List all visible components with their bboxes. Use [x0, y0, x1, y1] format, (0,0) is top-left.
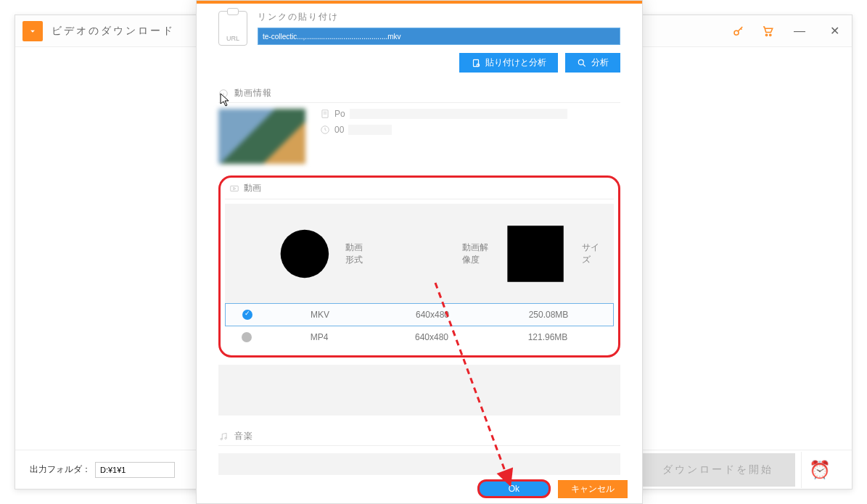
start-download-button[interactable]: ダウンロードを開始 — [641, 453, 795, 487]
minimize-button[interactable]: — — [789, 21, 810, 41]
video-duration-prefix: 00 — [334, 125, 344, 135]
cell-resolution: 640x480 — [371, 310, 494, 320]
svg-rect-3 — [474, 59, 479, 66]
cell-size: 250.08MB — [494, 310, 603, 320]
video-thumbnail — [218, 109, 305, 164]
paste-analyze-button[interactable]: 貼り付けと分析 — [459, 53, 558, 73]
col-format-label: 動画形式 — [345, 241, 370, 266]
cell-format: MKV — [269, 310, 371, 320]
col-resolution-label: 動画解像度 — [462, 241, 493, 266]
paste-link-label: リンクの貼り付け — [258, 11, 620, 23]
info-icon — [218, 88, 229, 99]
cell-format: MP4 — [268, 332, 370, 342]
clipboard-icon: URL — [218, 11, 247, 46]
main-title: ビデオのダウンロード — [52, 25, 175, 38]
svg-point-0 — [734, 30, 739, 35]
radio-selected-icon[interactable] — [242, 310, 252, 320]
table-header: 動画形式 動画解像度 サイズ — [225, 204, 614, 303]
format-icon — [268, 218, 341, 290]
svg-point-13 — [225, 437, 226, 439]
dialog-footer: Ok キャンセル — [197, 474, 642, 503]
cancel-button[interactable]: キャンセル — [558, 480, 628, 498]
music-section-header: 音楽 — [218, 430, 620, 446]
svg-point-1 — [765, 34, 767, 36]
radio-unselected-icon[interactable] — [242, 332, 252, 342]
size-icon — [493, 212, 578, 296]
video-format-table: 動画形式 動画解像度 サイズ MKV 640x480 250.08MB — [225, 204, 614, 348]
empty-placeholder — [218, 365, 620, 416]
video-table-highlight: 動画 動画形式 動画解像度 サイズ — [218, 175, 620, 358]
cart-icon[interactable] — [760, 24, 775, 38]
app-logo-icon — [22, 21, 43, 41]
video-title-blurred — [350, 109, 567, 119]
output-folder-input[interactable] — [95, 462, 175, 478]
url-input[interactable] — [258, 28, 620, 45]
svg-point-2 — [770, 34, 771, 36]
svg-point-11 — [295, 244, 313, 263]
video-section-header: 動画 — [225, 182, 614, 199]
svg-point-5 — [578, 59, 583, 65]
video-duration-blurred — [348, 125, 392, 135]
table-row[interactable]: MP4 640x480 121.96MB — [225, 326, 614, 348]
resolution-icon — [370, 210, 458, 297]
paste-icon — [471, 58, 481, 68]
svg-point-12 — [221, 438, 222, 439]
cell-size: 121.96MB — [493, 332, 602, 342]
table-row[interactable]: MKV 640x480 250.08MB — [225, 303, 614, 326]
download-dialog: URL リンクの貼り付け 貼り付けと分析 分析 動画情報 — [196, 0, 643, 504]
music-empty-placeholder — [218, 453, 620, 475]
clipboard-url-label: URL — [226, 35, 239, 42]
output-folder-label: 出力フォルダ： — [30, 463, 91, 476]
schedule-icon[interactable]: ⏰ — [801, 452, 837, 488]
key-icon[interactable] — [731, 24, 746, 38]
video-icon — [229, 183, 239, 194]
paste-analyze-label: 貼り付けと分析 — [485, 57, 546, 69]
analyze-button[interactable]: 分析 — [565, 53, 620, 73]
close-button[interactable]: ✕ — [824, 21, 845, 41]
video-title-prefix: Po — [334, 109, 345, 119]
cell-resolution: 640x480 — [370, 332, 493, 342]
file-icon — [320, 109, 330, 119]
music-icon — [218, 431, 229, 442]
svg-rect-9 — [231, 186, 239, 191]
video-info-header: 動画情報 — [218, 87, 620, 103]
analyze-label: 分析 — [591, 57, 609, 69]
col-size-label: サイズ — [582, 241, 602, 266]
clock-icon — [320, 125, 330, 135]
search-icon — [577, 58, 587, 68]
ok-button[interactable]: Ok — [477, 479, 551, 498]
